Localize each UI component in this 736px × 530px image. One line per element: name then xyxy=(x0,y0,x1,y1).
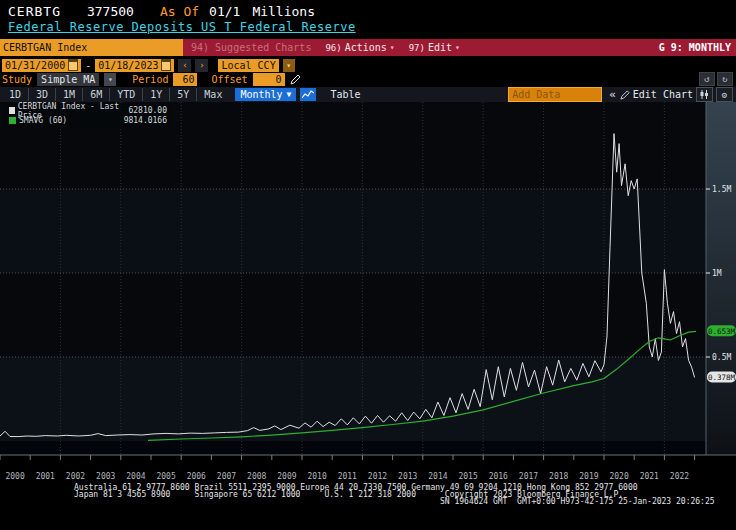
currency-select[interactable]: Local CCY xyxy=(218,59,278,72)
chevron-down-icon: ▾ xyxy=(455,43,460,52)
suggested-charts-menu[interactable]: 94) Suggested Charts xyxy=(191,42,311,53)
x-tick-label: 2007 xyxy=(217,472,236,481)
pencil-icon[interactable] xyxy=(290,74,301,85)
add-data-input[interactable] xyxy=(508,87,602,102)
y-axis-gutter xyxy=(706,102,736,455)
legend-series-1[interactable]: CERBTGAN Index - Last Price 62810.00 xyxy=(9,106,167,115)
candle-chart-icon[interactable] xyxy=(696,87,713,102)
x-tick-label: 2019 xyxy=(579,472,598,481)
x-tick-label: 2011 xyxy=(338,472,357,481)
date-from-field[interactable]: 01/31/2000 xyxy=(2,59,81,72)
last-price: 377500 xyxy=(87,4,134,19)
x-tick-label: 2014 xyxy=(428,472,447,481)
x-tick-label: 2000 xyxy=(5,472,24,481)
x-tick-label: 2010 xyxy=(307,472,326,481)
x-tick-label: 2003 xyxy=(96,472,115,481)
range-tab-bar: 1D 3D 1M 6M YTD 1Y 5Y Max Monthly ▼ Tabl… xyxy=(0,87,736,102)
tab-max[interactable]: Max xyxy=(197,88,229,101)
x-tick-label: 2012 xyxy=(368,472,387,481)
range-back-button[interactable]: ‹ xyxy=(178,59,191,72)
x-tick-label: 2008 xyxy=(247,472,266,481)
x-tick-label: 2002 xyxy=(66,472,85,481)
x-tick-label: 2013 xyxy=(398,472,417,481)
security-input[interactable] xyxy=(0,39,183,56)
tab-1m[interactable]: 1M xyxy=(56,88,83,101)
x-tick-label: 2022 xyxy=(670,472,689,481)
date-range-toolbar: 01/31/2000 - 01/18/2023 ‹ › Local CCY ▾ xyxy=(2,58,295,72)
chevron-down-icon: ▼ xyxy=(287,88,292,101)
price-chart[interactable]: 0.5M1M1.5M200020012002200320042005200620… xyxy=(0,102,736,482)
price-pill-label: 0.653M xyxy=(708,327,736,336)
x-tick-label: 2006 xyxy=(187,472,206,481)
date-separator: - xyxy=(85,60,91,71)
units-label: Millions xyxy=(252,4,315,19)
redo-icon[interactable]: ↻ xyxy=(717,72,733,86)
chart-canvas: 0.5M1M1.5M200020012002200320042005200620… xyxy=(0,102,736,482)
band-1-15 xyxy=(0,189,706,273)
edit-chart-button[interactable]: Edit Chart xyxy=(620,89,693,100)
x-tick-label: 2009 xyxy=(277,472,296,481)
bloomberg-terminal-window: CERBTG 377500 As Of 01/1 Millions Federa… xyxy=(0,0,736,530)
x-tick-label: 2020 xyxy=(609,472,628,481)
x-tick-label: 2017 xyxy=(519,472,538,481)
offset-label: Offset xyxy=(211,73,247,86)
ticker: CERBTG xyxy=(8,4,61,19)
y-tick-label: 1.5M xyxy=(712,185,731,194)
tab-6m[interactable]: 6M xyxy=(83,88,110,101)
series-swatch-icon xyxy=(9,117,16,124)
legend-series-1-value: 62810.00 xyxy=(128,106,167,115)
undo-redo-group: ↺ ↻ xyxy=(699,72,733,86)
currency-dropdown-icon[interactable]: ▾ xyxy=(283,59,295,72)
chevron-down-icon: ▾ xyxy=(390,43,395,52)
footer-session-line: SN 1964624 GMT GMT+0:00 H973-42-175 25-J… xyxy=(440,497,715,506)
series-swatch-icon xyxy=(9,107,15,114)
settings-gear-icon[interactable]: ⚙ xyxy=(716,87,733,102)
pencil-icon xyxy=(620,90,630,100)
x-tick-label: 2016 xyxy=(489,472,508,481)
offset-input[interactable]: 0 xyxy=(253,73,285,86)
y-tick-label: 0.5M xyxy=(712,353,731,362)
tab-5y[interactable]: 5Y xyxy=(170,88,197,101)
tab-1d[interactable]: 1D xyxy=(2,88,29,101)
x-tick-label: 2015 xyxy=(458,472,477,481)
x-tick-label: 2021 xyxy=(640,472,659,481)
study-select[interactable]: Simple MA xyxy=(37,73,99,86)
header-line: CERBTG 377500 As Of 01/1 Millions xyxy=(8,3,315,20)
study-toolbar: Study Simple MA ▾ Period 60 Offset 0 xyxy=(2,73,301,86)
price-pill-label: 0.378M xyxy=(708,373,736,382)
table-view-button[interactable]: Table xyxy=(330,89,360,100)
actions-menu[interactable]: 96) Actions ▾ xyxy=(325,42,394,53)
tab-1y[interactable]: 1Y xyxy=(143,88,170,101)
chart-legend: CERBTGAN Index - Last Price 62810.00 SMA… xyxy=(6,104,170,127)
frequency-select[interactable]: Monthly ▼ xyxy=(235,88,296,101)
x-tick-label: 2005 xyxy=(156,472,175,481)
y-tick-label: 1M xyxy=(712,269,722,278)
date-to-field[interactable]: 01/18/2023 xyxy=(95,59,174,72)
legend-series-2-value: 9814.0166 xyxy=(124,116,167,125)
as-of-label: As Of xyxy=(160,4,199,19)
band-below-zero xyxy=(0,441,706,455)
as-of-date: 01/1 xyxy=(209,4,240,19)
study-dropdown-icon[interactable]: ▾ xyxy=(104,73,116,86)
period-label: Period xyxy=(132,73,168,86)
legend-series-2-label: SMAVG (60) xyxy=(19,116,67,125)
x-tick-label: 2004 xyxy=(126,472,145,481)
x-tick-label: 2018 xyxy=(549,472,568,481)
command-bar: 94) Suggested Charts 96) Actions ▾ 97) E… xyxy=(0,39,736,56)
period-input[interactable]: 60 xyxy=(173,73,197,86)
line-chart-type-icon[interactable] xyxy=(300,88,316,101)
legend-series-2[interactable]: SMAVG (60) 9814.0166 xyxy=(9,116,167,125)
calendar-icon[interactable] xyxy=(161,59,171,71)
range-forward-button[interactable]: › xyxy=(195,59,208,72)
edit-menu[interactable]: 97) Edit ▾ xyxy=(409,42,460,53)
tab-ytd[interactable]: YTD xyxy=(110,88,143,101)
x-tick-label: 2001 xyxy=(36,472,55,481)
security-description-link[interactable]: Federal Reserve Deposits US T Federal Re… xyxy=(8,20,356,36)
study-label: Study xyxy=(2,73,32,86)
chart-slot-label: G 9: MONTHLY xyxy=(659,42,731,53)
tab-3d[interactable]: 3D xyxy=(29,88,56,101)
undo-icon[interactable]: ↺ xyxy=(699,72,715,86)
calendar-icon[interactable] xyxy=(68,59,78,71)
collapse-panel-icon[interactable]: « xyxy=(609,88,616,101)
